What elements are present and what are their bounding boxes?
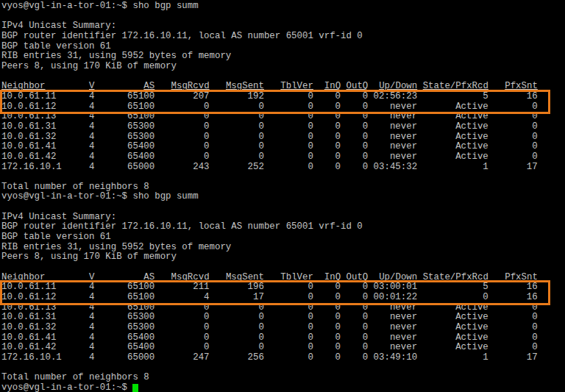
- text-span: [368, 272, 379, 282]
- text-span: vyos@vgl-in-a-tor-01:~$: [1, 382, 132, 392]
- bgp-summary-line: RIB entries 31, using 5952 bytes of memo…: [1, 243, 565, 253]
- bgp-summary-line: Peers 8, using 170 KiB of memory: [1, 252, 565, 263]
- terminal-cursor: [132, 384, 138, 392]
- table-header-label: State/PfxRcd: [423, 272, 488, 282]
- bgp-table-row: 10.0.61.41 4 65400 0 0 0 0 0 never Activ…: [1, 142, 565, 152]
- blank-line: [1, 72, 565, 82]
- text-span: [368, 81, 379, 91]
- text-span: [417, 81, 422, 91]
- total-neighbors-line: Total number of neighbors 8: [1, 182, 565, 193]
- text-span: [264, 272, 280, 282]
- bgp-summary-line: BGP table version 61: [1, 232, 565, 243]
- bgp-summary-line: BGP router identifier 172.16.10.11, loca…: [1, 222, 565, 232]
- bgp-summary-line: BGP router identifier 172.16.10.11, loca…: [1, 32, 565, 42]
- bgp-table-row: 10.0.61.32 4 65300 0 0 0 0 0 never Activ…: [1, 132, 565, 143]
- text-span: [46, 81, 90, 91]
- bgp-table-row: 10.0.61.42 4 65400 0 0 0 0 0 never Activ…: [1, 343, 565, 353]
- bgp-table-row: 10.0.61.31 4 65300 0 0 0 0 0 never Activ…: [1, 122, 565, 132]
- bgp-table-row: 10.0.61.31 4 65300 0 0 0 0 0 never Activ…: [1, 313, 565, 323]
- bgp-table-row: 10.0.61.13 4 65100 0 0 0 0 0 never Activ…: [1, 112, 565, 122]
- text-span: [488, 81, 505, 91]
- text-span: [94, 272, 143, 282]
- table-header-label: Neighbor: [1, 81, 46, 91]
- prompt-cursor-line: vyos@vgl-in-a-tor-01:~$: [1, 383, 565, 392]
- bgp-table-row: 10.0.61.12 4 65100 0 0 0 0 0 never Activ…: [1, 102, 565, 113]
- terminal-window[interactable]: vyos@vgl-in-a-tor-01:~$ sho bgp summIPv4…: [0, 0, 565, 392]
- table-header-label: Up/Down: [379, 272, 417, 282]
- bgp-table-row: 10.0.61.12 4 65100 4 17 0 0 0 00:01:22 0…: [1, 293, 565, 303]
- bgp-table-row: 10.0.61.13 4 65100 0 0 0 0 0 never Activ…: [1, 303, 565, 313]
- table-header-label: TblVer: [280, 272, 313, 282]
- text-span: [210, 272, 226, 282]
- total-neighbors-line: Total number of neighbors 8: [1, 373, 565, 383]
- text-span: [417, 272, 422, 282]
- text-span: [313, 272, 324, 282]
- table-header-label: InQ: [324, 272, 341, 282]
- table-header-label: MsgSent: [226, 272, 264, 282]
- text-span: [341, 81, 346, 91]
- bgp-summary-line: BGP table version 61: [1, 42, 565, 52]
- table-header-label: MsgRcvd: [171, 81, 210, 91]
- table-header-label: PfxSnt: [505, 272, 538, 282]
- text-span: [341, 272, 346, 282]
- table-header-label: InQ: [324, 81, 341, 91]
- bgp-table-row: 10.0.61.11 4 65100 211 196 0 0 0 03:00:0…: [1, 282, 565, 293]
- table-header-label: TblVer: [280, 81, 313, 91]
- text-span: [154, 272, 171, 282]
- table-header-label: PfxSnt: [505, 81, 538, 91]
- bgp-table-row: 172.16.10.1 4 65000 247 256 0 0 0 03:49:…: [1, 353, 565, 363]
- prompt-line: vyos@vgl-in-a-tor-01:~$ sho bgp summ: [1, 1, 565, 12]
- bgp-summary-line: Peers 8, using 170 KiB of memory: [1, 62, 565, 72]
- bgp-table-header: Neighbor V AS MsgRcvd MsgSent TblVer InQ…: [1, 273, 565, 283]
- bgp-table-header: Neighbor V AS MsgRcvd MsgSent TblVer InQ…: [1, 82, 565, 92]
- blank-line: [1, 172, 565, 182]
- bgp-table-row: 10.0.61.11 4 65100 207 192 0 0 0 02:56:2…: [1, 92, 565, 102]
- text-span: [154, 81, 171, 91]
- text-span: [94, 81, 143, 91]
- table-header-label: State/PfxRcd: [423, 81, 488, 91]
- bgp-table-row: 10.0.61.41 4 65400 0 0 0 0 0 never Activ…: [1, 333, 565, 343]
- table-header-label: Neighbor: [1, 272, 46, 282]
- bgp-summary-line: RIB entries 31, using 5952 bytes of memo…: [1, 51, 565, 62]
- prompt-line: vyos@vgl-in-a-tor-01:~$ sho bgp summ: [1, 192, 565, 202]
- bgp-table-row: 172.16.10.1 4 65000 243 252 0 0 0 03:45:…: [1, 163, 565, 173]
- blank-line: [1, 263, 565, 273]
- bgp-summary-line: IPv4 Unicast Summary:: [1, 213, 565, 223]
- text-span: [488, 272, 505, 282]
- bgp-table-row: 10.0.61.42 4 65400 0 0 0 0 0 never Activ…: [1, 152, 565, 163]
- table-header-label: OutQ: [347, 272, 369, 282]
- text-span: [210, 81, 226, 91]
- bgp-summary-line: IPv4 Unicast Summary:: [1, 21, 565, 32]
- text-span: [46, 272, 90, 282]
- table-header-label: MsgRcvd: [171, 272, 210, 282]
- table-header-label: Up/Down: [379, 81, 417, 91]
- terminal-screen: vyos@vgl-in-a-tor-01:~$ sho bgp summIPv4…: [0, 0, 565, 392]
- table-header-label: AS: [143, 81, 154, 91]
- bgp-table-row: 10.0.61.32 4 65300 0 0 0 0 0 never Activ…: [1, 323, 565, 333]
- blank-line: [1, 363, 565, 374]
- blank-line: [1, 202, 565, 213]
- text-span: [313, 81, 324, 91]
- text-span: [264, 81, 280, 91]
- table-header-label: AS: [143, 272, 154, 282]
- blank-line: [1, 12, 565, 22]
- table-header-label: OutQ: [347, 81, 369, 91]
- table-header-label: MsgSent: [226, 81, 264, 91]
